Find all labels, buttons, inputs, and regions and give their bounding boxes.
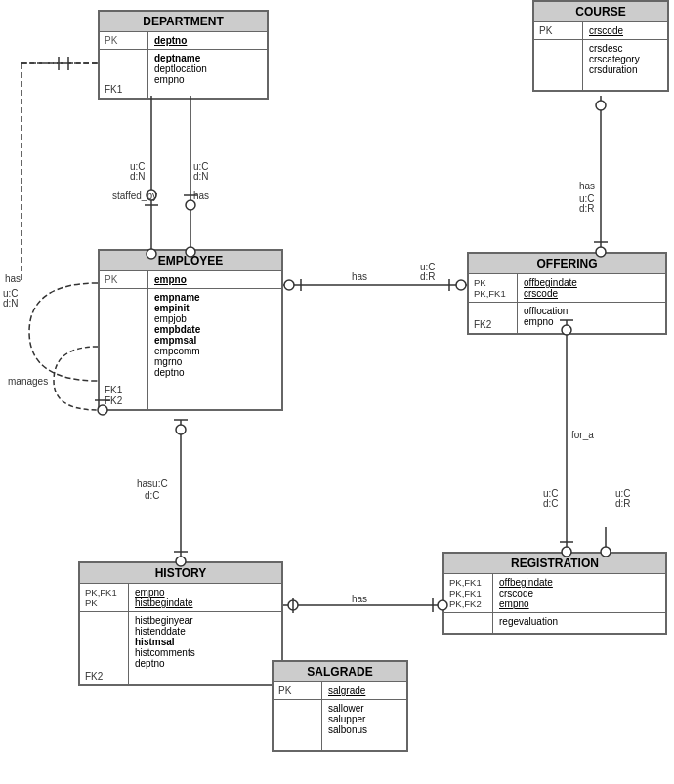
history-pk-col: PK,FK1 PK (80, 584, 129, 611)
label-has-emp-offer: has (352, 271, 367, 282)
salgrade-pk-attrs: salgrade (322, 682, 371, 699)
offering-attrs: offlocation empno (518, 303, 573, 333)
label-hasu: hasu:C (137, 478, 168, 489)
offering-pk-attrs: offbegindate crscode (518, 274, 583, 302)
entity-history-title: HISTORY (80, 563, 281, 584)
employee-pk-col: PK (100, 271, 148, 288)
entity-employee-title: EMPLOYEE (100, 251, 281, 271)
er-diagram: DEPARTMENT PK deptno FK1 deptname deptlo… (0, 0, 674, 784)
employee-pk-attrs: empno (148, 271, 192, 288)
history-attrs: histbeginyear histenddate histmsal histc… (129, 612, 201, 684)
entity-registration: REGISTRATION PK,FK1 PK,FK1 PK,FK2 offbeg… (442, 552, 667, 635)
department-attrs: deptname deptlocation empno (148, 50, 213, 98)
course-fk-col (534, 40, 583, 90)
label-dn-left: d:N (3, 298, 19, 309)
registration-fk-col (444, 613, 493, 633)
course-pk-attrs: crscode (583, 22, 629, 39)
label-dr-reg-right: d:R (615, 498, 631, 509)
label-manages: manages (8, 376, 48, 387)
label-has-hist: has (352, 594, 367, 604)
salgrade-fk-col (274, 700, 322, 750)
label-dc-emp-hist: d:C (145, 490, 160, 501)
registration-pk-attrs: offbegindate crscode empno (493, 574, 559, 612)
svg-point-17 (456, 280, 466, 290)
department-pk-col: PK (100, 32, 148, 49)
history-fk-col: FK2 (80, 612, 129, 684)
label-dr-course: d:R (579, 203, 595, 214)
label-for-a: for_a (571, 430, 594, 440)
employee-attrs: empname empinit empjob empbdate empmsal … (148, 289, 206, 409)
svg-point-19 (596, 101, 606, 110)
label-staffed-by: staffed_by (112, 190, 157, 201)
svg-point-30 (288, 600, 298, 610)
entity-offering: OFFERING PK PK,FK1 offbegindate crscode … (467, 252, 667, 335)
history-pk-attrs: empno histbegindate (129, 584, 199, 611)
department-pk-attrs: deptno (148, 32, 192, 49)
entity-salgrade-title: SALGRADE (274, 662, 406, 682)
entity-offering-title: OFFERING (469, 254, 665, 274)
course-attrs: crsdesc crscategory crsduration (583, 40, 646, 90)
offering-fk-col: FK2 (469, 303, 518, 333)
salgrade-attrs: sallower salupper salbonus (322, 700, 373, 750)
entity-department: DEPARTMENT PK deptno FK1 deptname deptlo… (98, 10, 269, 100)
course-pk-col: PK (534, 22, 583, 39)
offering-pk-col: PK PK,FK1 (469, 274, 518, 302)
label-dn-has-dept: d:N (193, 171, 209, 182)
entity-employee: EMPLOYEE PK empno FK1 FK2 empname empini… (98, 249, 283, 411)
entity-course-title: COURSE (534, 2, 667, 22)
department-fk-col: FK1 (100, 50, 148, 98)
label-has-dept-emp: has (193, 190, 209, 201)
svg-point-26 (176, 425, 186, 434)
entity-course: COURSE PK crscode crsdesc crscategory cr… (532, 0, 669, 92)
registration-attrs: regevaluation (493, 613, 564, 633)
label-has-left: has (5, 273, 21, 284)
entity-salgrade: SALGRADE PK salgrade sallower salupper s… (272, 660, 408, 752)
label-dr-emp-offer: d:R (420, 271, 436, 282)
entity-registration-title: REGISTRATION (444, 554, 665, 574)
label-dc-for-a: d:C (543, 498, 559, 509)
registration-pk-col: PK,FK1 PK,FK1 PK,FK2 (444, 574, 493, 612)
employee-fk-col: FK1 FK2 (100, 289, 148, 409)
label-has-course: has (579, 181, 595, 191)
svg-point-15 (284, 280, 294, 290)
label-dn-staffed: d:N (130, 171, 146, 182)
svg-point-12 (186, 200, 195, 210)
entity-history: HISTORY PK,FK1 PK empno histbegindate FK… (78, 561, 283, 686)
salgrade-pk-col: PK (274, 682, 322, 699)
entity-department-title: DEPARTMENT (100, 12, 267, 32)
